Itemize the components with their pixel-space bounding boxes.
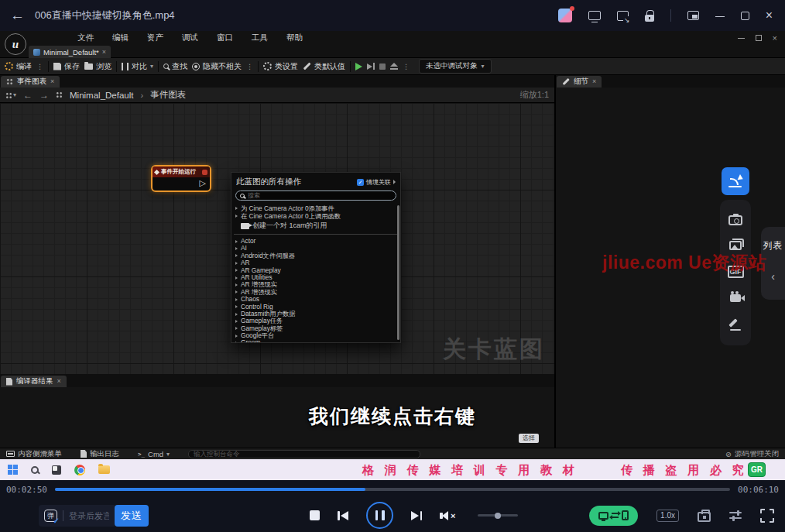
task-view-icon[interactable] (52, 465, 61, 475)
nav-forward-icon[interactable]: → (39, 91, 49, 100)
stop-button[interactable] (310, 510, 320, 520)
close-icon[interactable]: × (592, 78, 596, 85)
pause-button[interactable] (366, 502, 393, 529)
tab-event-graph[interactable]: 事件图表 × (1, 76, 60, 88)
volume-slider[interactable] (478, 514, 518, 517)
minimize-icon[interactable] (715, 16, 725, 17)
play-button[interactable] (355, 63, 362, 70)
back-arrow-icon[interactable]: ← (10, 7, 25, 24)
category-ar-gameplay[interactable]: AR Gameplay (231, 267, 400, 274)
play-options-kebab-icon[interactable]: ⋮ (403, 63, 410, 70)
menu-asset[interactable]: 资产 (147, 33, 163, 43)
asset-tab-minimal-default[interactable]: Minimal_Default* × (29, 46, 111, 58)
close-icon[interactable]: × (766, 9, 773, 22)
previous-button[interactable] (338, 511, 348, 520)
tab-compiler-results[interactable]: 编译器结果 × (1, 376, 67, 387)
browse-button[interactable]: 浏览 (84, 61, 111, 72)
menu-edit[interactable]: 编辑 (112, 33, 129, 43)
breadcrumb-root[interactable]: Minimal_Default (70, 91, 133, 100)
image-capture-icon[interactable] (729, 241, 742, 250)
output-log-button[interactable]: 输出日志 (81, 449, 119, 459)
category-ar-augmented-1[interactable]: AR 增强现实 (231, 281, 400, 288)
lock-icon[interactable] (645, 15, 654, 22)
ue-minimize-icon[interactable] (738, 38, 745, 39)
cmd-dropdown[interactable]: >_ Cmd ▾ (138, 450, 170, 458)
event-graph-canvas[interactable]: 关卡蓝图 事件开始运行 ▷ 此蓝图的所有操作 (0, 103, 554, 374)
find-button[interactable]: 查找 (163, 61, 187, 72)
debug-object-dropdown[interactable]: 未选中调试对象 ▾ (419, 59, 492, 74)
category-actor[interactable]: Actor (231, 238, 400, 245)
annotate-pen-icon[interactable] (729, 317, 742, 330)
ue-maximize-icon[interactable] (756, 35, 762, 41)
category-ai[interactable]: AI (231, 245, 400, 252)
class-defaults-button[interactable]: 类默认值 (303, 61, 345, 72)
tv-mode-icon[interactable] (588, 11, 601, 20)
category-google-platform[interactable]: Google平台 (231, 332, 400, 339)
cast-screen-icon[interactable] (617, 11, 629, 21)
hide-unrelated-button[interactable]: 隐藏不相关 (192, 61, 242, 72)
file-explorer-icon[interactable] (98, 465, 110, 474)
app-logo-icon[interactable] (558, 9, 572, 22)
frame-skip-button[interactable] (367, 63, 375, 70)
search-icon[interactable] (31, 466, 39, 474)
search-input[interactable] (248, 192, 392, 199)
danmaku-toggle-icon[interactable]: 弹✓ (44, 510, 57, 522)
chat-input[interactable] (69, 511, 109, 520)
class-settings-button[interactable]: 类设置 (263, 61, 298, 72)
stop-button[interactable] (379, 63, 386, 70)
device-cast-button[interactable] (589, 506, 638, 526)
console-command-input[interactable] (188, 450, 420, 458)
volume-knob[interactable] (495, 513, 501, 519)
seek-bar[interactable] (55, 488, 730, 491)
menu-debug[interactable]: 调试 (182, 33, 198, 43)
next-button[interactable] (411, 511, 422, 520)
mini-player-icon[interactable] (687, 11, 699, 20)
menu-item-create-reference[interactable]: 创建一个对 1cam的引用 (231, 220, 400, 232)
exec-pin-icon[interactable]: ▷ (200, 179, 206, 187)
screenshot-camera-icon[interactable] (728, 215, 742, 225)
select-badge[interactable]: 选择 (519, 434, 539, 443)
close-icon[interactable]: × (57, 378, 61, 385)
menu-file[interactable]: 文件 (77, 33, 94, 43)
tab-details[interactable]: 细节 × (557, 76, 602, 88)
maximize-icon[interactable] (741, 12, 749, 20)
context-sensitive-toggle[interactable]: ✓ 情境关联 (357, 178, 396, 187)
compile-options-kebab-icon[interactable]: ⋮ (36, 63, 43, 70)
menu-help[interactable]: 帮助 (286, 33, 303, 43)
event-beginplay-node[interactable]: 事件开始运行 ▷ (151, 165, 211, 192)
diff-button[interactable]: 对比 ▾ (122, 61, 153, 72)
save-button[interactable]: 保存 (53, 61, 80, 72)
eject-button[interactable] (390, 63, 398, 70)
category-gameplay-tasks[interactable]: Gameplay任务 (231, 317, 400, 324)
kebab-menu-icon[interactable]: ⋮ (246, 63, 253, 70)
category-ar-augmented-2[interactable]: AR 增强现实 (231, 289, 400, 296)
checkbox-checked-icon[interactable]: ✓ (357, 179, 364, 186)
close-icon[interactable]: × (50, 78, 54, 85)
category-android-file-server[interactable]: Android文件伺服器 (231, 252, 400, 259)
category-groom[interactable]: Groom (231, 339, 400, 342)
category-datasmith[interactable]: Datasmith用户数据 (231, 311, 400, 317)
mute-button[interactable]: × (440, 511, 455, 520)
content-drawer-button[interactable]: 内容侧滑菜单 (6, 449, 62, 459)
fullscreen-icon[interactable] (760, 509, 774, 523)
windows-start-icon[interactable] (8, 465, 12, 469)
ue-close-icon[interactable]: × (773, 34, 777, 43)
menu-tools[interactable]: 工具 (252, 33, 268, 43)
chrome-icon[interactable] (74, 465, 85, 475)
menu-item-call-function[interactable]: 在 Cine Camera Actor 0上调用函数 (231, 212, 400, 220)
recorder-share-button[interactable] (722, 167, 749, 195)
compile-button[interactable]: 编译 (5, 61, 32, 72)
breadcrumb-leaf[interactable]: 事件图表 (150, 89, 186, 101)
source-control-status[interactable]: ⊘ 源码管理关闭 (725, 449, 779, 459)
graph-filter-button[interactable]: ▾ (5, 91, 16, 98)
category-ar-utilities[interactable]: AR Utilities (231, 274, 400, 281)
nav-back-icon[interactable]: ← (23, 91, 33, 100)
toolbox-icon[interactable] (698, 512, 711, 522)
menu-item-add-event[interactable]: 为 Cine Camera Actor 0添加事件 (231, 204, 400, 212)
settings-tune-icon[interactable] (729, 512, 742, 519)
playback-speed-button[interactable]: 1.0x (656, 510, 679, 522)
send-button[interactable]: 发送 (115, 505, 149, 527)
close-icon[interactable]: × (102, 49, 106, 56)
menu-window[interactable]: 窗口 (217, 33, 233, 43)
category-gameplay-tags[interactable]: Gameplay标签 (231, 325, 400, 332)
